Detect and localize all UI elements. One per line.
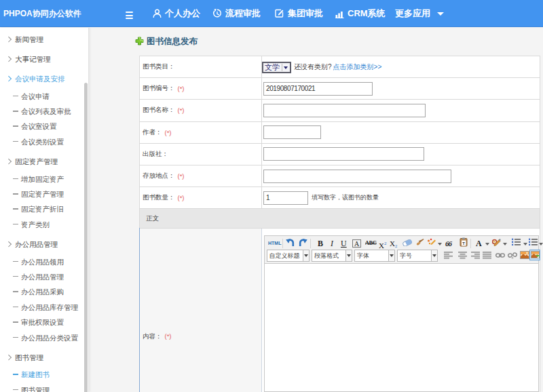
svg-text:T: T [462,241,465,246]
